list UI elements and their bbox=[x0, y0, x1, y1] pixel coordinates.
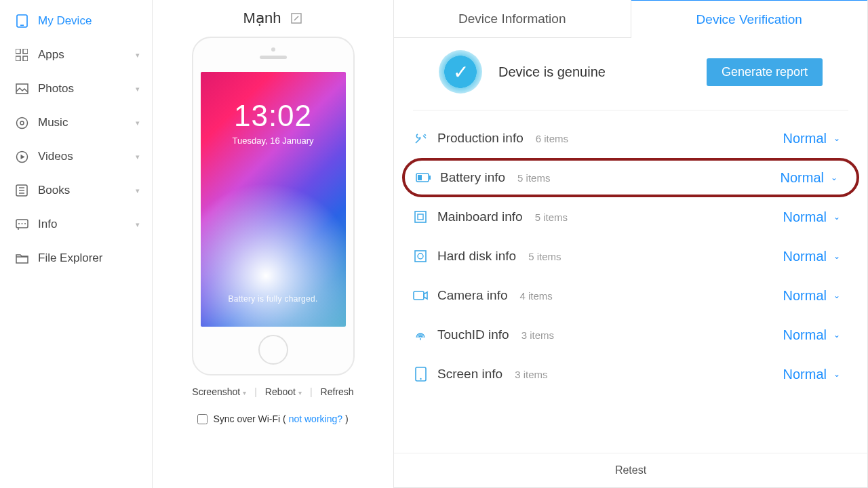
row-count: 6 items bbox=[536, 133, 568, 144]
row-title: Battery info bbox=[440, 170, 505, 185]
sync-wifi-row: Sync over Wi-Fi ( not working? ) bbox=[197, 413, 348, 424]
chevron-down-icon: ⌄ bbox=[833, 330, 840, 340]
books-icon bbox=[15, 184, 28, 197]
svg-rect-3 bbox=[23, 49, 28, 54]
chevron-down-icon: ▾ bbox=[243, 389, 246, 396]
sidebar-item-books[interactable]: Books ▾ bbox=[0, 174, 152, 207]
row-count: 5 items bbox=[528, 251, 561, 262]
row-touchid-info[interactable]: TouchID info 3 items Normal⌄ bbox=[402, 315, 859, 354]
row-mainboard-info[interactable]: Mainboard info 5 items Normal⌄ bbox=[402, 197, 859, 237]
svg-point-17 bbox=[21, 223, 22, 224]
device-icon bbox=[15, 14, 28, 28]
svg-point-18 bbox=[24, 223, 26, 224]
speaker-icon bbox=[260, 56, 287, 59]
row-screen-info[interactable]: Screen info 3 items Normal⌄ bbox=[402, 354, 859, 394]
refresh-button[interactable]: Refresh bbox=[321, 386, 354, 397]
edit-icon[interactable] bbox=[290, 12, 302, 24]
chevron-down-icon: ⌄ bbox=[833, 212, 840, 222]
row-count: 3 items bbox=[515, 369, 547, 380]
row-status: Normal⌄ bbox=[783, 209, 840, 225]
sidebar-item-music[interactable]: Music ▾ bbox=[0, 106, 152, 140]
svg-rect-23 bbox=[415, 211, 426, 222]
sidebar-item-label: Music bbox=[38, 116, 68, 129]
row-count: 5 items bbox=[517, 172, 550, 184]
row-status: Normal⌄ bbox=[781, 170, 837, 186]
camera-icon bbox=[413, 288, 428, 303]
sidebar-item-apps[interactable]: Apps ▾ bbox=[0, 38, 152, 72]
svg-rect-2 bbox=[16, 49, 20, 54]
generate-report-button[interactable]: Generate report bbox=[707, 58, 823, 86]
row-battery-info[interactable]: Battery info 5 items Normal⌄ bbox=[402, 158, 859, 197]
row-status: Normal⌄ bbox=[783, 249, 840, 264]
tab-device-information[interactable]: Device Information bbox=[394, 0, 631, 38]
device-preview-panel: Mạnh 13:02 Tuesday, 16 January Battery i… bbox=[153, 0, 393, 488]
tab-device-verification[interactable]: Device Verification bbox=[631, 0, 868, 38]
phone-time: 13:02 bbox=[234, 99, 312, 133]
chevron-down-icon: ⌄ bbox=[833, 134, 840, 143]
svg-rect-4 bbox=[16, 56, 20, 61]
chevron-down-icon: ▾ bbox=[136, 51, 140, 60]
svg-rect-1 bbox=[20, 25, 24, 26]
apps-icon bbox=[15, 48, 28, 62]
phone-date: Tuesday, 16 January bbox=[233, 136, 314, 146]
row-camera-info[interactable]: Camera info 4 items Normal⌄ bbox=[402, 276, 859, 315]
videos-icon bbox=[15, 150, 28, 163]
photos-icon bbox=[15, 82, 28, 96]
info-icon bbox=[15, 218, 28, 231]
svg-rect-25 bbox=[415, 251, 426, 262]
row-title: Camera info bbox=[437, 288, 508, 303]
row-title: Mainboard info bbox=[437, 209, 523, 224]
screen-icon bbox=[413, 367, 428, 382]
device-name: Mạnh bbox=[243, 9, 281, 27]
sidebar-item-photos[interactable]: Photos ▾ bbox=[0, 72, 152, 106]
sidebar-item-label: Photos bbox=[38, 82, 74, 96]
sidebar-item-info[interactable]: Info ▾ bbox=[0, 207, 152, 241]
sidebar: My Device Apps ▾ Photos ▾ Music ▾ Videos… bbox=[0, 0, 153, 488]
svg-rect-21 bbox=[429, 176, 431, 180]
row-status: Normal⌄ bbox=[783, 367, 840, 382]
row-status: Normal⌄ bbox=[783, 327, 840, 343]
tab-bar: Device Information Device Verification bbox=[394, 0, 867, 38]
sidebar-item-label: Info bbox=[38, 218, 57, 231]
sidebar-item-label: Apps bbox=[38, 48, 64, 62]
chevron-down-icon: ⌄ bbox=[833, 369, 840, 379]
device-actions: Screenshot▾ | Reboot▾ | Refresh bbox=[192, 386, 353, 397]
row-count: 4 items bbox=[520, 290, 553, 302]
chevron-down-icon: ⌄ bbox=[833, 291, 840, 300]
chevron-down-icon: ▾ bbox=[136, 186, 140, 195]
row-hard-disk-info[interactable]: Hard disk info 5 items Normal⌄ bbox=[402, 237, 859, 276]
svg-point-7 bbox=[16, 117, 27, 128]
row-count: 5 items bbox=[535, 211, 568, 223]
sync-wifi-checkbox[interactable] bbox=[197, 414, 208, 424]
battery-icon bbox=[416, 170, 431, 185]
phone-battery-status: Battery is fully charged. bbox=[228, 294, 317, 304]
sidebar-item-label: Books bbox=[38, 184, 70, 197]
svg-point-29 bbox=[420, 378, 421, 380]
genuine-badge-icon: ✓ bbox=[439, 50, 482, 94]
sync-wifi-label: Sync over Wi-Fi ( not working? ) bbox=[213, 413, 348, 424]
phone-screen: 13:02 Tuesday, 16 January Battery is ful… bbox=[201, 72, 346, 327]
reboot-button[interactable]: Reboot▾ bbox=[265, 386, 302, 397]
row-title: Hard disk info bbox=[437, 249, 516, 264]
row-production-info[interactable]: Production info 6 items Normal⌄ bbox=[402, 119, 859, 158]
chevron-down-icon: ▾ bbox=[136, 119, 140, 127]
row-count: 3 items bbox=[521, 329, 554, 341]
folder-icon bbox=[15, 251, 28, 265]
not-working-link[interactable]: not working? bbox=[289, 413, 342, 424]
sidebar-item-videos[interactable]: Videos ▾ bbox=[0, 140, 152, 174]
sidebar-item-label: My Device bbox=[38, 14, 92, 28]
svg-rect-24 bbox=[418, 214, 423, 220]
fingerprint-icon bbox=[413, 327, 428, 342]
home-button-icon bbox=[258, 335, 288, 365]
genuine-row: ✓ Device is genuine Generate report bbox=[413, 38, 848, 110]
screenshot-button[interactable]: Screenshot▾ bbox=[192, 386, 246, 397]
music-icon bbox=[15, 116, 28, 129]
retest-button[interactable]: Retest bbox=[394, 453, 867, 487]
svg-rect-5 bbox=[23, 56, 28, 61]
sidebar-item-my-device[interactable]: My Device bbox=[0, 4, 152, 38]
svg-point-8 bbox=[20, 121, 24, 125]
verification-list: Production info 6 items Normal⌄ Battery … bbox=[394, 110, 867, 453]
camera-dot-icon bbox=[271, 47, 275, 52]
row-status: Normal⌄ bbox=[783, 131, 840, 146]
sidebar-item-file-explorer[interactable]: File Explorer bbox=[0, 241, 152, 275]
